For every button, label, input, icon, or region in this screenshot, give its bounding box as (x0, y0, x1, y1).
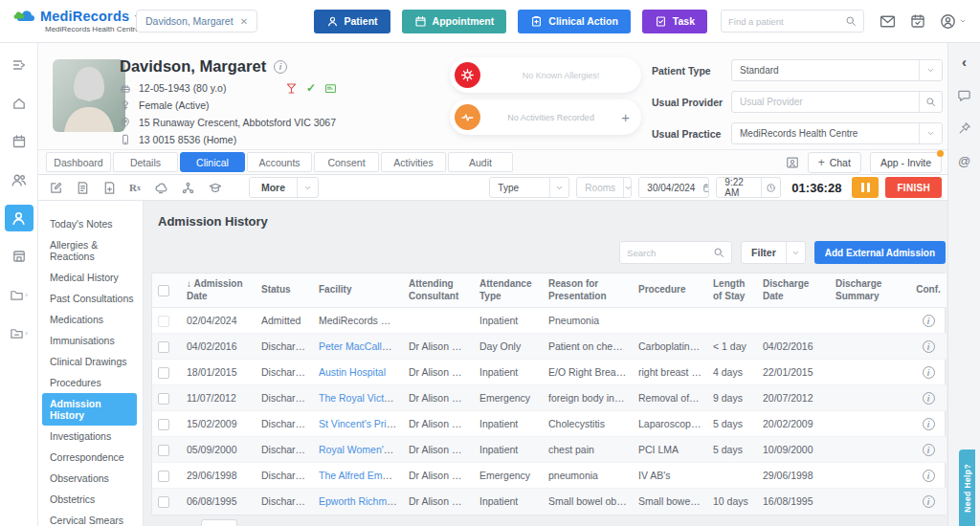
facility-link[interactable]: Royal Women's Hospital (319, 444, 403, 455)
activities-alert-card[interactable]: No Activities Recorded + (450, 99, 641, 135)
close-icon[interactable]: ✕ (240, 16, 248, 27)
messages-icon[interactable] (880, 14, 896, 29)
row-checkbox[interactable] (158, 316, 169, 327)
patients-icon[interactable] (5, 205, 33, 231)
sidebar-item-allergies-reactions[interactable]: Allergies & Reactions (38, 234, 143, 267)
usual-practice-select[interactable]: MediRecords Health Centre (731, 122, 943, 144)
column-header-discharge-summary[interactable]: Discharge Summary (830, 274, 910, 308)
column-header-length-of-stay[interactable]: Length of Stay (707, 274, 757, 308)
calendar-icon[interactable] (5, 128, 33, 155)
row-checkbox[interactable] (158, 471, 169, 482)
kiosk-icon[interactable] (5, 243, 33, 270)
clinical-action-button[interactable]: Clinical Action (518, 10, 631, 33)
waiting-room-icon[interactable] (5, 166, 33, 193)
expand-menu-icon[interactable] (5, 52, 33, 78)
tab-activities[interactable]: Activities (381, 152, 446, 172)
table-search[interactable] (619, 241, 732, 264)
info-icon[interactable]: i (923, 444, 935, 456)
chat-button[interactable]: +Chat (808, 152, 861, 173)
tab-dashboard[interactable]: Dashboard (46, 152, 111, 172)
column-header-status[interactable]: Status (256, 274, 313, 308)
table-search-input[interactable] (627, 248, 713, 258)
certificate-icon[interactable] (76, 181, 90, 195)
chat-bubble-icon[interactable] (957, 88, 971, 102)
row-checkbox[interactable] (158, 419, 169, 430)
column-header-reason-for-presentation[interactable]: Reason for Presentation (543, 274, 633, 308)
column-header-attending-consultant[interactable]: Attending Consultant (403, 274, 474, 308)
tab-consent[interactable]: Consent (314, 152, 379, 172)
facility-link[interactable]: Epworth Richmond (319, 495, 403, 507)
facility-link[interactable]: St Vincent's Private Hospi... (319, 418, 403, 429)
row-checkbox[interactable] (158, 496, 169, 508)
task-button[interactable]: Task (642, 10, 707, 33)
more-button[interactable]: More (249, 177, 319, 198)
verified-check-icon[interactable]: ✓ (306, 81, 316, 95)
sidebar-item-observations[interactable]: Observations (38, 468, 143, 489)
finish-button[interactable]: FINISH (885, 177, 942, 198)
education-icon[interactable] (208, 181, 223, 195)
contact-card-icon[interactable] (786, 156, 799, 169)
add-activity-icon[interactable]: + (621, 109, 630, 125)
imaging-icon[interactable] (153, 181, 168, 195)
sidebar-item-procedures[interactable]: Procedures (38, 372, 143, 393)
tab-details[interactable]: Details (113, 152, 178, 172)
allergy-alert-card[interactable]: No Known Allergies! (450, 57, 641, 93)
facility-link[interactable]: Austin Hospital (319, 366, 386, 378)
tab-audit[interactable]: Audit (448, 152, 513, 172)
row-checkbox[interactable] (158, 393, 169, 405)
app-invite-button[interactable]: App - Invite (870, 152, 942, 173)
patient-info-icon[interactable]: i (274, 60, 287, 74)
account-icon[interactable] (940, 13, 967, 30)
sidebar-item-medical-history[interactable]: Medical History (38, 267, 143, 288)
column-header-admission-date[interactable]: ↓ Admission Date (181, 274, 256, 308)
row-checkbox[interactable] (158, 341, 169, 353)
sidebar-item-admission-history[interactable]: Admission History (42, 393, 137, 426)
patient-photo[interactable] (53, 59, 125, 132)
alcohol-status-icon[interactable] (285, 82, 298, 95)
filter-button[interactable]: Filter (741, 241, 806, 264)
tab-accounts[interactable]: Accounts (247, 152, 312, 172)
medicare-card-icon[interactable] (324, 82, 337, 95)
collapse-panel-icon[interactable]: ‹ (962, 55, 967, 69)
date-field[interactable]: 30/04/2024 (638, 177, 709, 198)
folder-icon[interactable]: › (5, 281, 33, 308)
time-field[interactable]: 9:22 AM (716, 177, 781, 198)
sidebar-item-cervical-smears[interactable]: Cervical Smears (38, 510, 143, 526)
select-all-checkbox[interactable] (158, 285, 169, 296)
usual-provider-search[interactable]: Usual Provider (731, 91, 943, 113)
info-icon[interactable]: i (923, 470, 935, 482)
rooms-select[interactable]: Rooms (576, 177, 632, 198)
prescription-icon[interactable]: Rx (129, 182, 141, 193)
info-icon[interactable]: i (923, 392, 935, 405)
sidebar-item-clinical-drawings[interactable]: Clinical Drawings (38, 351, 143, 372)
row-checkbox[interactable] (158, 445, 169, 456)
find-patient-search[interactable] (721, 10, 864, 33)
sidebar-item-medications[interactable]: Medications (38, 309, 143, 330)
need-help-tab[interactable]: Need Help? (959, 449, 975, 526)
facility-link[interactable]: Peter MacCallum Cancer ... (319, 340, 403, 352)
sidebar-item-obstetrics[interactable]: Obstetrics (38, 489, 143, 510)
add-external-admission-button[interactable]: Add External Admission (814, 241, 946, 264)
patient-button[interactable]: Patient (314, 10, 390, 33)
appointment-button[interactable]: Appointment (402, 10, 507, 33)
pathology-icon[interactable] (181, 181, 195, 195)
row-checkbox[interactable] (158, 367, 169, 379)
mention-icon[interactable]: @ (958, 154, 970, 168)
type-select[interactable]: Type (489, 177, 569, 198)
sidebar-item-investigations[interactable]: Investigations (38, 426, 143, 447)
info-icon[interactable]: i (923, 495, 935, 508)
chevron-down-icon[interactable] (786, 242, 805, 263)
column-header-attendance-type[interactable]: Attendance Type (474, 274, 543, 308)
column-header-facility[interactable]: Facility (313, 274, 403, 308)
home-icon[interactable] (5, 90, 33, 117)
open-patient-tab[interactable]: Davidson, Margaret ✕ (136, 10, 257, 33)
facility-link[interactable]: The Royal Victorian Eye a... (319, 392, 403, 404)
column-header-conf[interactable]: Conf. (910, 274, 947, 308)
find-patient-input[interactable] (728, 16, 845, 27)
tab-clinical[interactable]: Clinical (180, 152, 245, 172)
folder-minus-icon[interactable]: › (5, 319, 33, 346)
new-note-icon[interactable] (49, 181, 63, 195)
info-icon[interactable]: i (923, 315, 935, 327)
chevron-down-icon[interactable] (297, 178, 318, 197)
letter-icon[interactable] (102, 181, 117, 195)
